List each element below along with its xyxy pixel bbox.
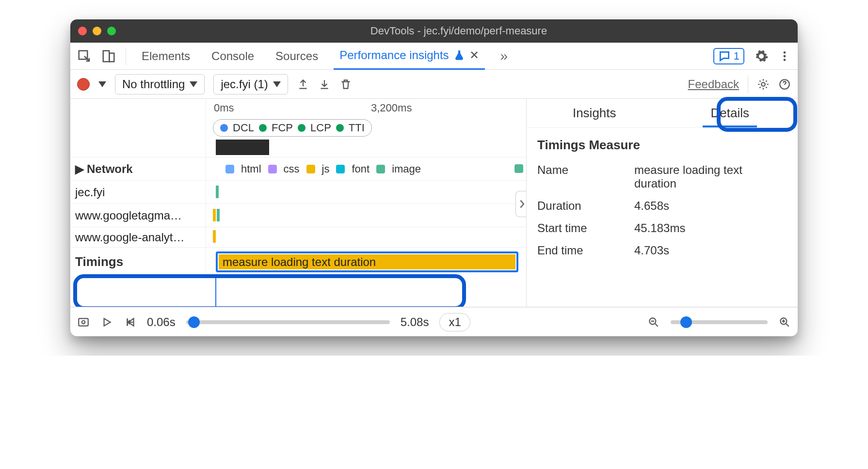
slider-thumb-icon[interactable] — [680, 316, 692, 328]
svg-point-9 — [82, 320, 85, 324]
details-key: End time — [537, 244, 625, 257]
kebab-menu-icon[interactable] — [778, 50, 791, 63]
inspect-icon[interactable] — [77, 49, 92, 63]
expand-triangle-icon: ▶ — [75, 162, 84, 176]
zoom-slider[interactable] — [671, 320, 768, 324]
tab-sources[interactable]: Sources — [270, 43, 324, 70]
request-bar[interactable] — [213, 230, 216, 243]
marker-lcp: LCP — [310, 122, 331, 134]
export-icon[interactable] — [297, 78, 309, 91]
details-value: 45.183ms — [634, 221, 787, 235]
collapse-sidebar-handle[interactable] — [515, 191, 526, 217]
legend-label: html — [241, 163, 261, 175]
record-button[interactable] — [77, 78, 90, 91]
timeline-footer: 0.06s 5.08s x1 — [70, 307, 798, 336]
issues-button[interactable]: 1 — [713, 48, 744, 64]
time-ruler[interactable]: 0ms 3,200ms — [206, 99, 526, 118]
svg-rect-1 — [103, 50, 110, 62]
request-bar[interactable] — [213, 209, 216, 221]
tab-details[interactable]: Details — [662, 98, 798, 127]
main-content: 0ms 3,200ms DCL FCP LCP TTI — [70, 99, 798, 307]
network-row-label: jec.fyi — [75, 186, 105, 199]
recording-select[interactable]: jec.fyi (1) — [213, 74, 288, 94]
minimize-icon[interactable] — [93, 27, 101, 35]
time-start: 0.06s — [147, 315, 176, 329]
device-toolbar-icon[interactable] — [101, 49, 116, 63]
empty-cell — [70, 99, 206, 118]
details-key: Duration — [537, 199, 625, 213]
import-icon[interactable] — [318, 78, 331, 91]
zoom-out-icon[interactable] — [647, 316, 660, 328]
svg-point-4 — [784, 55, 786, 57]
svg-point-5 — [784, 59, 786, 61]
help-icon[interactable] — [778, 78, 791, 91]
time-slider[interactable] — [186, 320, 390, 324]
divider — [748, 76, 748, 93]
timing-measure-selected[interactable]: measure loading text duration — [216, 251, 518, 272]
marker-dot-icon — [259, 124, 267, 132]
details-sidebar: Insights Details Timings Measure Namemea… — [526, 99, 798, 307]
title-bar: DevTools - jec.fyi/demo/perf-measure — [70, 19, 798, 43]
legend-swatch-icon — [225, 165, 234, 173]
maximize-icon[interactable] — [107, 27, 116, 35]
close-tab-icon[interactable]: ✕ — [469, 48, 479, 62]
devtools-tabbar: Elements Console Sources Performance ins… — [70, 43, 798, 70]
chevron-down-icon — [190, 81, 197, 87]
zoom-in-icon[interactable] — [778, 316, 791, 328]
details-value: 4.658s — [634, 199, 787, 213]
perf-toolbar: No throttling jec.fyi (1) Feedback — [70, 70, 798, 99]
legend-swatch-icon — [268, 165, 277, 173]
tick-label: 0ms — [214, 102, 234, 114]
network-row[interactable]: www.googletagma… — [70, 203, 206, 227]
trace-block[interactable] — [216, 140, 269, 155]
marker-dcl: DCL — [233, 122, 254, 134]
panel-settings-gear-icon[interactable] — [757, 78, 770, 91]
slider-thumb-icon[interactable] — [188, 316, 200, 328]
network-row[interactable]: www.google-analyt… — [70, 227, 206, 247]
network-section-label: Network — [87, 162, 133, 176]
devtools-window: DevTools - jec.fyi/demo/perf-measure Ele… — [70, 19, 798, 336]
svg-point-6 — [761, 82, 765, 86]
tab-console[interactable]: Console — [206, 43, 260, 70]
details-body: Timings Measure Namemeasure loading text… — [527, 128, 798, 267]
timing-measure-bar[interactable]: measure loading text duration — [219, 254, 515, 269]
throttling-select[interactable]: No throttling — [115, 74, 205, 94]
marker-tti: TTI — [349, 122, 365, 134]
go-to-start-icon[interactable] — [124, 316, 136, 328]
empty-cell — [70, 138, 206, 157]
playback-speed[interactable]: x1 — [439, 313, 470, 331]
close-icon[interactable] — [78, 27, 87, 35]
traffic-lights — [78, 27, 116, 35]
svg-rect-8 — [79, 318, 88, 326]
time-end: 5.08s — [401, 315, 429, 329]
feedback-link[interactable]: Feedback — [688, 78, 739, 91]
main-trace-row — [206, 138, 526, 157]
delete-icon[interactable] — [339, 78, 352, 91]
timeline-panel[interactable]: 0ms 3,200ms DCL FCP LCP TTI — [70, 99, 526, 307]
legend-label: js — [322, 163, 330, 175]
more-tabs-button[interactable]: » — [495, 43, 514, 70]
markers-row: DCL FCP LCP TTI — [206, 118, 526, 138]
request-bar[interactable] — [217, 209, 220, 221]
request-bar[interactable] — [216, 186, 219, 198]
marker-fcp: FCP — [272, 122, 293, 134]
tick-label: 3,200ms — [371, 102, 412, 114]
network-row[interactable]: jec.fyi — [70, 180, 206, 203]
flask-icon — [453, 49, 466, 62]
record-menu-caret-icon[interactable] — [98, 81, 106, 87]
settings-gear-icon[interactable] — [754, 49, 769, 63]
legend-swatch-icon — [306, 165, 315, 173]
play-icon[interactable] — [100, 316, 113, 328]
toggle-visibility-icon[interactable] — [77, 316, 90, 328]
timings-section-label: Timings — [75, 254, 123, 269]
network-section-header[interactable]: ▶ Network — [70, 157, 206, 180]
svg-rect-2 — [109, 53, 114, 62]
timings-section-header[interactable]: Timings — [70, 247, 206, 276]
details-value: 4.703s — [634, 244, 787, 257]
legend-label: css — [284, 163, 300, 175]
tab-elements[interactable]: Elements — [136, 43, 196, 70]
tab-performance-insights[interactable]: Performance insights ✕ — [334, 43, 484, 70]
tab-insights[interactable]: Insights — [527, 98, 662, 127]
legend-overflow-icon — [514, 164, 523, 173]
network-row-track — [206, 203, 526, 227]
